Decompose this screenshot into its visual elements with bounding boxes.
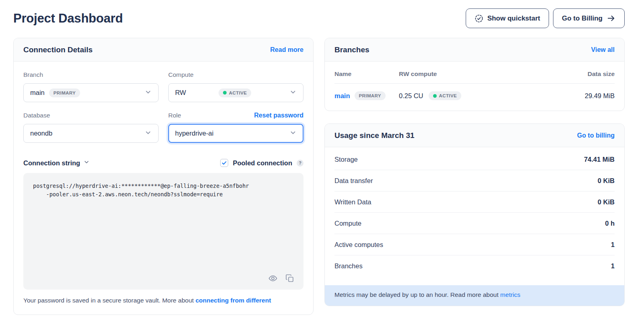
database-value: neondb	[30, 130, 52, 137]
page-title: Project Dashboard	[13, 8, 123, 26]
usage-title: Usage since March 31	[334, 131, 415, 140]
top-bar: Project Dashboard Show quickstart Go to …	[13, 8, 625, 28]
database-select[interactable]: neondb	[23, 124, 159, 143]
usage-row-written-data: Written Data 0 KiB	[334, 191, 615, 213]
usage-row-branches: Branches 1	[334, 255, 615, 276]
compute-select[interactable]: RW ACTIVE	[168, 83, 303, 102]
connection-details-title: Connection Details	[23, 45, 93, 54]
branch-main-link[interactable]: main	[334, 92, 350, 100]
usage-label: Branches	[334, 262, 363, 270]
usage-label: Written Data	[334, 198, 371, 206]
project-dashboard-page: Project Dashboard Show quickstart Go to …	[0, 0, 644, 321]
compute-field: Compute RW ACTIVE	[168, 71, 303, 102]
usage-value: 74.41 MiB	[584, 156, 615, 163]
usage-row-active-computes: Active computes 1	[334, 234, 615, 255]
reset-password-link[interactable]: Reset password	[254, 112, 303, 119]
copy-icon[interactable]	[285, 274, 295, 283]
column-name: Name	[334, 70, 399, 78]
compute-value: RW	[175, 89, 186, 97]
role-value: hyperdrive-ai	[175, 130, 213, 137]
primary-badge: PRIMARY	[49, 88, 80, 97]
active-status-label: ACTIVE	[439, 93, 457, 98]
chevron-down-icon	[289, 88, 297, 97]
metrics-read-more-link[interactable]: metrics	[500, 291, 520, 298]
metrics-delay-banner: Metrics may be delayed by up to an hour.…	[325, 285, 624, 306]
password-note-text: Your password is saved in a secure stora…	[23, 297, 196, 304]
usage-label: Data transfer	[334, 177, 373, 185]
usage-value: 1	[611, 241, 615, 249]
chevron-down-icon	[83, 159, 90, 167]
go-to-billing-link[interactable]: Go to billing	[577, 132, 615, 139]
quickstart-check-icon	[475, 14, 483, 23]
role-select[interactable]: hyperdrive-ai	[168, 124, 303, 143]
connection-string-box: postgresql://hyperdrive-ai:************@…	[23, 173, 303, 290]
chevron-down-icon	[144, 88, 152, 97]
usage-value: 0 KiB	[598, 177, 615, 185]
active-status-dot	[433, 94, 437, 98]
usage-label: Compute	[334, 220, 361, 227]
read-more-link[interactable]: Read more	[270, 46, 303, 54]
top-actions: Show quickstart Go to Billing	[466, 8, 625, 28]
active-status-dot	[223, 91, 227, 95]
branches-card: Branches View all Name RW compute Data s…	[324, 38, 625, 111]
column-rw-compute: RW compute	[399, 70, 550, 78]
usage-value: 0 h	[605, 220, 615, 227]
connection-string-actions	[268, 274, 295, 283]
pooled-connection-control: Pooled connection ?	[220, 159, 303, 167]
primary-badge: PRIMARY	[355, 91, 386, 100]
branches-table-header: Name RW compute Data size	[334, 70, 615, 84]
help-icon[interactable]: ?	[297, 160, 303, 167]
connection-fields: Branch main PRIMARY	[23, 71, 303, 143]
connection-details-body: Branch main PRIMARY	[14, 62, 313, 315]
connecting-from-different-link[interactable]: connecting from different	[196, 297, 271, 304]
branch-value: main	[30, 89, 45, 97]
usage-row-compute: Compute 0 h	[334, 213, 615, 234]
branch-compute-value: 0.25 CU	[399, 92, 423, 100]
chevron-down-icon	[289, 129, 297, 138]
pooled-connection-checkbox[interactable]	[220, 159, 228, 167]
right-column: Branches View all Name RW compute Data s…	[324, 38, 625, 306]
view-all-link[interactable]: View all	[591, 46, 615, 54]
connection-string-value: postgresql://hyperdrive-ai:************@…	[33, 182, 294, 199]
go-to-billing-label: Go to Billing	[562, 14, 603, 23]
branch-data-size: 29.49 MiB	[550, 92, 615, 100]
usage-label: Active computes	[334, 241, 383, 249]
show-quickstart-button[interactable]: Show quickstart	[466, 8, 549, 28]
reveal-password-eye-icon[interactable]	[268, 274, 278, 283]
branch-label: Branch	[23, 71, 43, 78]
usage-label: Storage	[334, 156, 358, 163]
branches-body: Name RW compute Data size main PRIMARY 0…	[325, 62, 624, 111]
active-status-label: ACTIVE	[229, 91, 247, 95]
metrics-banner-text: Metrics may be delayed by up to an hour.…	[334, 291, 500, 298]
role-label: Role	[168, 112, 181, 119]
active-status-badge: ACTIVE	[219, 88, 252, 97]
column-data-size: Data size	[550, 70, 615, 78]
database-label: Database	[23, 112, 50, 119]
database-field: Database neondb	[23, 112, 159, 143]
password-note: Your password is saved in a secure stora…	[23, 296, 303, 305]
arrow-right-icon	[607, 14, 616, 23]
connection-details-card: Connection Details Read more Branch main	[13, 38, 314, 315]
branch-name-cell: main PRIMARY	[334, 91, 399, 100]
branch-compute-cell: 0.25 CU ACTIVE	[399, 91, 550, 100]
connection-string-row: Connection string Pooled connection ?	[23, 159, 303, 167]
left-column: Connection Details Read more Branch main	[13, 38, 314, 315]
branch-select[interactable]: main PRIMARY	[23, 83, 159, 102]
show-quickstart-label: Show quickstart	[487, 14, 540, 23]
connection-string-label: Connection string	[23, 159, 80, 167]
branch-field: Branch main PRIMARY	[23, 71, 159, 102]
role-field: Role Reset password hyperdrive-ai	[168, 112, 303, 143]
compute-label: Compute	[168, 71, 194, 78]
connection-string-toggle[interactable]: Connection string	[23, 159, 90, 167]
dashboard-columns: Connection Details Read more Branch main	[13, 38, 625, 315]
usage-value: 0 KiB	[598, 198, 615, 206]
go-to-billing-button[interactable]: Go to Billing	[553, 8, 625, 28]
usage-card: Usage since March 31 Go to billing Stora…	[324, 123, 625, 306]
usage-row-storage: Storage 74.41 MiB	[334, 149, 615, 170]
connection-details-header: Connection Details Read more	[14, 38, 313, 62]
active-status-badge: ACTIVE	[429, 91, 462, 100]
chevron-down-icon	[144, 129, 152, 138]
branches-header: Branches View all	[325, 38, 624, 62]
branch-table-row: main PRIMARY 0.25 CU ACTIVE 29.49 MiB	[334, 84, 615, 100]
usage-row-data-transfer: Data transfer 0 KiB	[334, 170, 615, 191]
